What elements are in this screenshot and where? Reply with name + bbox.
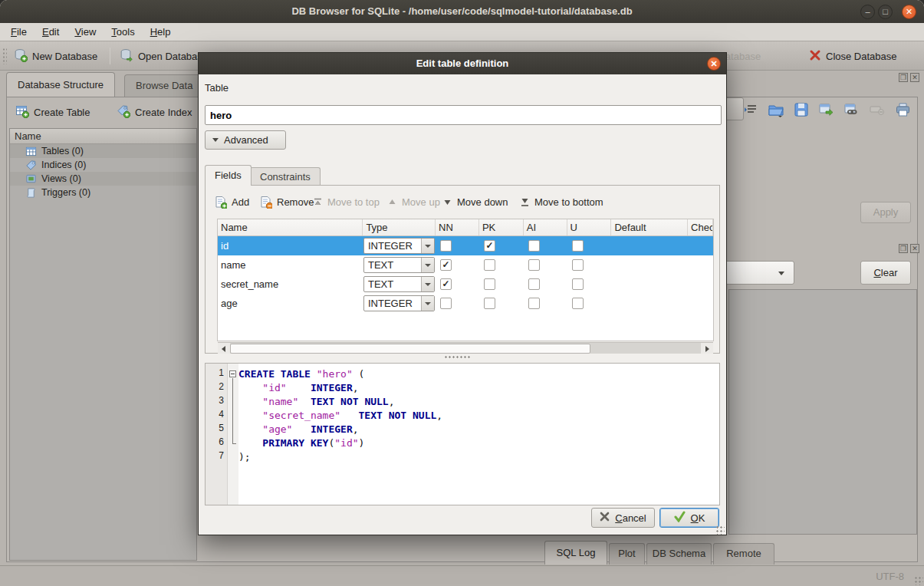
add-button[interactable]: Add [214,192,249,212]
tab-browse-data[interactable]: Browse Data [124,74,204,97]
menu-help[interactable]: Help [143,23,179,41]
column-header-type[interactable]: Type [363,219,436,235]
scroll-left-icon[interactable] [218,343,230,354]
type-combobox[interactable]: INTEGER [363,238,435,254]
dock-float-icon[interactable]: ❐ [899,244,908,253]
bottom-tab-sql-log[interactable]: SQL Log [544,541,607,565]
scroll-right-icon[interactable] [701,343,713,354]
bottom-tab-db-schema[interactable]: DB Schema [646,543,712,565]
fold-marker-icon[interactable] [228,367,238,381]
format-sql-icon[interactable] [741,100,761,120]
table-name-input[interactable] [205,105,722,125]
column-header-u[interactable]: U [567,219,612,235]
pk-checkbox[interactable]: ✓ [484,240,495,252]
schema-tree[interactable]: Name Tables (0)Indices (0)Views (0)Trigg… [9,128,197,561]
nn-checkbox[interactable] [440,240,452,252]
menu-edit[interactable]: Edit [35,23,67,41]
tree-item[interactable]: Triggers (0) [10,186,196,199]
tree-item[interactable]: Tables (0) [10,144,196,158]
tab-constraints[interactable]: Constraints [250,167,321,186]
advanced-button[interactable]: Advanced [205,130,286,150]
menu-file[interactable]: File [3,23,35,41]
field-row-id[interactable]: idINTEGER✓ [218,236,713,255]
remove-button[interactable]: Remove [259,192,314,212]
ai-checkbox[interactable] [528,240,540,252]
dock-close-icon[interactable]: ✕ [910,244,919,253]
sql-preview[interactable]: 1234567 CREATE TABLE "hero" ( "id" INTEG… [205,363,720,505]
window-resize-grip[interactable] [913,575,923,585]
cell-editor-area[interactable] [728,289,917,535]
tree-item[interactable]: Views (0) [10,172,196,186]
ai-checkbox[interactable] [528,298,540,309]
menu-view[interactable]: View [67,23,104,41]
create-index-button[interactable]: Create Index [112,100,196,123]
splitter-handle[interactable] [444,355,470,359]
field-row-name[interactable]: nameTEXT✓ [218,255,713,275]
u-checkbox[interactable] [572,298,584,309]
pk-checkbox[interactable] [484,278,495,290]
minimize-button[interactable]: – [860,5,875,19]
titlebar[interactable]: DB Browser for SQLite - /home/user/code/… [0,0,924,23]
nn-checkbox[interactable]: ✓ [440,259,452,271]
open-file-icon[interactable] [766,100,786,120]
u-checkbox[interactable] [572,259,584,271]
new-database-button[interactable]: New Database [11,45,100,67]
clear-button[interactable]: Clear [860,261,911,285]
sql-line: PRIMARY KEY("id") [238,436,719,450]
maximize-button[interactable]: □ [878,5,893,19]
move-to-bottom-button[interactable]: Move to bottom [520,192,603,212]
scrollbar-thumb[interactable] [230,344,590,354]
pk-checkbox[interactable] [484,259,495,271]
dock-float-icon[interactable]: ❐ [899,73,908,82]
ok-button[interactable]: OK [659,508,719,528]
type-combobox[interactable]: INTEGER [363,295,435,311]
open-database-button[interactable]: Open Database [117,45,211,67]
table-label: Table [205,82,229,94]
grid-hscrollbar[interactable] [218,342,713,354]
trigger-icon [25,187,37,199]
column-header-pk[interactable]: PK [479,219,524,235]
u-checkbox[interactable] [572,278,584,290]
toolbar-drag-handle[interactable] [2,48,7,64]
column-header-check[interactable]: Check [688,219,713,235]
tab-database-structure[interactable]: Database Structure [6,72,115,97]
fold-column[interactable] [228,364,238,505]
save-file-icon[interactable] [791,100,811,120]
column-header-name[interactable]: Name [218,219,363,235]
move-down-button[interactable]: Move down [442,192,508,212]
field-row-age[interactable]: ageINTEGER [218,294,713,313]
bottom-tab-plot[interactable]: Plot [609,543,645,565]
print-icon[interactable] [893,100,912,120]
link-icon[interactable] [842,100,862,120]
execute-window-icon[interactable] [817,100,837,120]
dock-close-icon[interactable]: ✕ [910,73,919,82]
dialog-titlebar[interactable]: Edit table definition ✕ [199,53,726,74]
close-button[interactable]: ✕ [902,5,916,19]
u-checkbox[interactable] [572,240,584,252]
ai-checkbox[interactable] [528,259,540,271]
field-row-secret_name[interactable]: secret_nameTEXT✓ [218,275,713,294]
dialog-close-button[interactable]: ✕ [707,57,721,71]
close-database-button[interactable]: Close Database [806,45,900,67]
menu-tools[interactable]: Tools [104,23,142,41]
tab-fields[interactable]: Fields [205,165,252,186]
bottom-tab-remote[interactable]: Remote [713,543,774,565]
tag-icon [25,160,37,171]
pk-checkbox[interactable] [484,298,495,309]
column-header-default[interactable]: Default [611,219,688,235]
column-header-ai[interactable]: AI [524,219,567,235]
type-combobox[interactable]: TEXT [363,257,435,273]
nn-checkbox[interactable]: ✓ [440,278,452,290]
null-toggle-icon[interactable] [867,100,887,120]
column-header-nn[interactable]: NN [436,219,479,235]
cancel-button[interactable]: Cancel [591,508,655,528]
create-table-button[interactable]: Create Table [11,100,94,123]
tree-item[interactable]: Indices (0) [10,158,196,172]
dialog-resize-grip[interactable] [715,525,725,535]
fields-grid[interactable]: NameTypeNNPKAIUDefaultCheck idINTEGER✓na… [217,219,714,341]
type-combobox[interactable]: TEXT [363,276,435,292]
sql-line: CREATE TABLE "hero" ( [238,367,719,381]
nn-checkbox[interactable] [440,298,452,309]
ai-checkbox[interactable] [528,278,540,290]
move-up-icon [387,197,397,207]
